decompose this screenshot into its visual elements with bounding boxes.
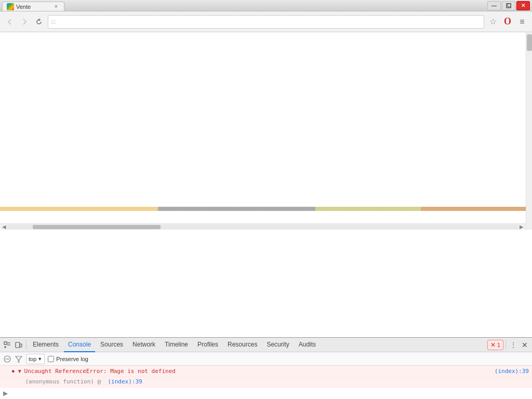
error-count: 1 [497, 342, 500, 348]
inspect-element-button[interactable] [2, 340, 12, 350]
devtools-toolbar: Elements Console Sources Network Timelin… [0, 338, 532, 352]
address-bar[interactable]: □ [48, 15, 484, 29]
page-icon: □ [51, 19, 55, 25]
error-message: Uncaught ReferenceError: Mage is not def… [24, 368, 176, 375]
toolbar-separator-2 [506, 340, 506, 350]
tab-strip: Vente × [0, 0, 64, 11]
tab-timeline[interactable]: Timeline [161, 338, 192, 352]
vertical-scrollbar[interactable] [526, 32, 532, 230]
error-sub-text: (anonymous function) @ [25, 378, 101, 385]
svg-rect-7 [16, 342, 20, 348]
menu-button[interactable]: ≡ [516, 16, 528, 28]
preserve-log-label[interactable]: Preserve log [48, 356, 88, 362]
toolbar-separator [26, 340, 26, 350]
filter-button[interactable] [15, 355, 23, 363]
error-sub-location-link[interactable]: (index):39 [108, 378, 142, 385]
browser-tab[interactable]: Vente × [2, 2, 64, 11]
device-mode-button[interactable] [14, 340, 24, 350]
close-button[interactable]: ✕ [516, 1, 530, 10]
context-dropdown-icon: ▼ [37, 356, 42, 362]
console-prompt-row: ▶ [0, 388, 532, 399]
console-error-row: ● ▼ Uncaught ReferenceError: Mage is not… [0, 366, 532, 377]
tab-network[interactable]: Network [128, 338, 159, 352]
devtools-close-button[interactable]: ✕ [520, 340, 530, 350]
back-button[interactable] [4, 16, 16, 28]
error-location-link[interactable]: (index):39 [495, 368, 529, 375]
tab-audits[interactable]: Audits [295, 338, 320, 352]
error-icon: ● [11, 368, 15, 374]
svg-marker-11 [16, 356, 22, 362]
more-options-button[interactable]: ⋮ [508, 340, 518, 350]
console-prompt-icon: ▶ [3, 390, 8, 397]
console-error-sub-row: (anonymous function) @ (index):39 [0, 377, 532, 388]
tab-label: Vente [16, 4, 31, 10]
preserve-log-text: Preserve log [56, 356, 88, 362]
tab-profiles[interactable]: Profiles [193, 338, 222, 352]
svg-rect-8 [20, 344, 22, 347]
tab-console[interactable]: Console [64, 338, 95, 352]
svg-rect-0 [507, 4, 511, 8]
browser-toolbar: □ ☆ O ≡ [0, 11, 532, 32]
tab-close-button[interactable]: × [52, 3, 60, 10]
clear-console-button[interactable] [3, 355, 11, 363]
minimize-button[interactable]: — [487, 1, 501, 10]
horizontal-scrollbar[interactable]: ◀ ▶ [0, 223, 526, 230]
console-content: ● ▼ Uncaught ReferenceError: Mage is not… [0, 366, 532, 399]
tab-favicon [7, 3, 14, 10]
window-controls: — ✕ [487, 1, 532, 10]
error-count-badge[interactable]: ✕ 1 [487, 340, 503, 350]
svg-rect-2 [4, 342, 7, 344]
reload-button[interactable] [33, 16, 45, 28]
preserve-log-checkbox[interactable] [48, 356, 54, 362]
tab-security[interactable]: Security [262, 338, 293, 352]
context-label: top [29, 356, 36, 362]
error-expand-icon[interactable]: ▼ [17, 368, 22, 374]
tab-resources[interactable]: Resources [223, 338, 261, 352]
opera-button[interactable]: O [502, 16, 513, 28]
forward-button[interactable] [19, 16, 30, 28]
tab-elements[interactable]: Elements [29, 338, 63, 352]
devtools-panel: Elements Console Sources Network Timelin… [0, 337, 532, 399]
maximize-button[interactable] [502, 1, 515, 10]
console-filter-bar: top ▼ Preserve log [0, 352, 532, 366]
title-bar: Vente × — ✕ [0, 0, 532, 11]
page-content: ◀ ▶ [0, 32, 532, 230]
bookmark-button[interactable]: ☆ [487, 16, 499, 28]
tab-sources[interactable]: Sources [96, 338, 127, 352]
context-selector[interactable]: top ▼ [26, 354, 45, 364]
